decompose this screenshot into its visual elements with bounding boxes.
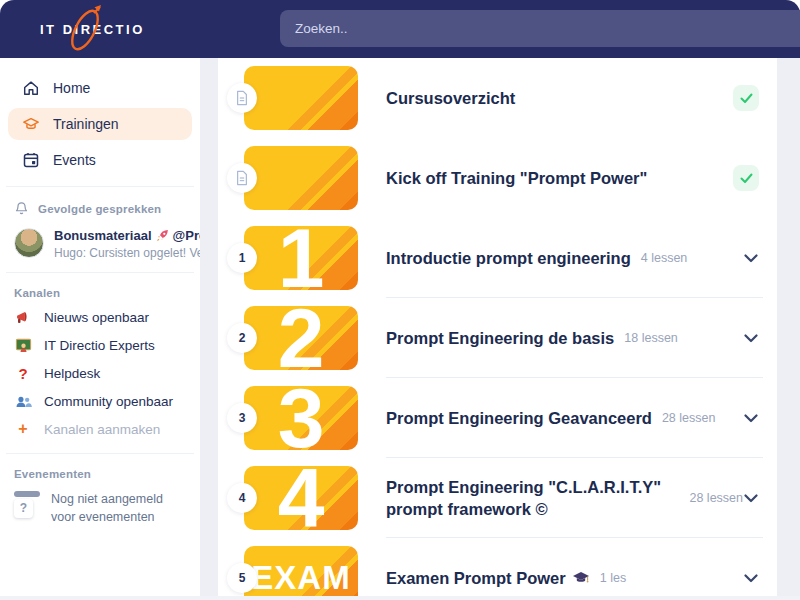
window-bottom-edge xyxy=(0,596,800,600)
course-row[interactable]: 3 3 Prompt Engineering Geavanceerd 28 le… xyxy=(218,378,777,458)
events-header: Evenementen xyxy=(0,464,200,484)
scrollbar-track[interactable] xyxy=(777,58,800,600)
chevron-down-icon[interactable] xyxy=(743,414,759,423)
thumbnail-number: 1 xyxy=(278,226,325,290)
chevron-down-icon[interactable] xyxy=(743,574,759,583)
document-icon xyxy=(235,90,249,106)
avatar xyxy=(14,228,44,258)
course-thumbnail[interactable]: 2 2 xyxy=(244,306,358,370)
completed-check-icon xyxy=(733,165,759,191)
course-thumbnail[interactable]: EXAM 5 xyxy=(244,546,358,600)
sidebar-nav: Home Trainingen Events xyxy=(0,72,200,176)
row-number-badge: 1 xyxy=(227,243,257,273)
course-title: Prompt Engineering de basis xyxy=(386,327,614,349)
course-row[interactable]: 2 2 Prompt Engineering de basis 18 lesse… xyxy=(218,298,777,378)
lesson-count: 4 lessen xyxy=(641,251,688,265)
chevron-down-icon[interactable] xyxy=(743,494,759,503)
row-number-badge: 4 xyxy=(227,483,257,513)
lesson-count: 28 lessen xyxy=(662,411,716,425)
channel-label: Community openbaar xyxy=(44,394,173,409)
course-thumbnail[interactable]: 3 3 xyxy=(244,386,358,450)
events-empty-text: Nog niet aangemeld voor evenementen xyxy=(51,490,186,526)
course-thumbnail[interactable] xyxy=(244,146,358,210)
course-title: Introductie prompt engineering xyxy=(386,247,631,269)
content-gutter xyxy=(200,58,218,600)
sidebar-divider xyxy=(6,186,194,187)
conversation-item[interactable]: Bonusmateriaal @Pro... Hugo: Cursisten o… xyxy=(0,220,200,262)
graduation-cap-icon xyxy=(22,115,40,133)
course-row[interactable]: Cursusoverzicht xyxy=(218,58,777,138)
course-title: Kick off Training "Prompt Power" xyxy=(386,167,647,189)
graduation-cap-icon xyxy=(572,571,590,585)
thumbnail-number: 3 xyxy=(278,386,325,450)
thumbnail-card: 2 xyxy=(244,306,358,370)
course-row[interactable]: 1 1 Introductie prompt engineering 4 les… xyxy=(218,218,777,298)
thumbnail-number: 2 xyxy=(278,306,325,370)
lesson-count: 18 lessen xyxy=(624,331,678,345)
sidebar: Home Trainingen Events Gevolgde gesprekk… xyxy=(0,58,200,600)
plus-icon: + xyxy=(14,420,32,438)
thumbnail-card xyxy=(244,146,358,210)
events-empty-icon: ? xyxy=(14,490,41,526)
app-window: IT DIRECTIO Home Trainingen xyxy=(0,0,800,600)
sidebar-item-home[interactable]: Home xyxy=(8,72,192,104)
course-row[interactable]: 4 4 Prompt Engineering "C.L.A.R.I.T.Y" p… xyxy=(218,458,777,538)
megaphone-icon xyxy=(14,309,32,326)
course-title: Prompt Engineering "C.L.A.R.I.T.Y" promp… xyxy=(386,476,679,521)
thumbnail-card: 4 xyxy=(244,466,358,530)
channel-item-nieuws[interactable]: Nieuws openbaar xyxy=(0,303,200,331)
thumbnail-number: 4 xyxy=(278,466,325,530)
search-input[interactable] xyxy=(280,21,800,36)
course-thumbnail[interactable]: 4 4 xyxy=(244,466,358,530)
channel-item-experts[interactable]: IT Directio Experts xyxy=(0,331,200,359)
rocket-icon xyxy=(156,229,169,242)
channel-label: IT Directio Experts xyxy=(44,338,155,353)
row-number-badge: 5 xyxy=(227,563,257,593)
sidebar-item-trainingen[interactable]: Trainingen xyxy=(8,108,192,140)
lesson-count: 28 lessen xyxy=(689,491,743,505)
question-mark-icon: ? xyxy=(14,365,32,382)
calendar-icon xyxy=(22,151,40,169)
channels-header: Kanalen xyxy=(0,283,200,303)
channel-item-community[interactable]: Community openbaar xyxy=(0,387,200,415)
course-title: Cursusoverzicht xyxy=(386,87,515,109)
sidebar-item-label: Events xyxy=(53,152,96,168)
sidebar-divider xyxy=(6,272,194,273)
row-number-badge: 3 xyxy=(227,403,257,433)
course-thumbnail[interactable]: 1 1 xyxy=(244,226,358,290)
bell-icon xyxy=(14,201,29,216)
channel-label: Helpdesk xyxy=(44,366,100,381)
create-channel-label: Kanalen aanmaken xyxy=(44,422,160,437)
conversation-preview: Hugo: Cursisten opgelet! Verg... xyxy=(54,246,224,260)
logo-text: IT DIRECTIO xyxy=(40,22,145,37)
topbar: IT DIRECTIO xyxy=(0,0,800,58)
conversation-title: Bonusmateriaal @Pro... xyxy=(54,228,224,243)
completed-check-icon xyxy=(733,85,759,111)
sidebar-item-label: Trainingen xyxy=(53,116,119,132)
course-thumbnail[interactable] xyxy=(244,66,358,130)
thumbnail-card: 1 xyxy=(244,226,358,290)
course-row[interactable]: EXAM 5 Examen Prompt Power 1 les xyxy=(218,538,777,600)
row-number-badge: 2 xyxy=(227,323,257,353)
followed-conversations-header: Gevolgde gesprekken xyxy=(0,197,200,220)
course-title: Examen Prompt Power xyxy=(386,567,566,589)
channel-label: Nieuws openbaar xyxy=(44,310,149,325)
course-list: Cursusoverzicht Kick off Training "Promp… xyxy=(218,58,777,600)
search-bar[interactable] xyxy=(280,10,800,47)
create-channel-button[interactable]: + Kanalen aanmaken xyxy=(0,415,200,443)
sidebar-item-events[interactable]: Events xyxy=(8,144,192,176)
sidebar-item-label: Home xyxy=(53,80,90,96)
thumbnail-exam-text: EXAM xyxy=(251,559,350,597)
chevron-down-icon[interactable] xyxy=(743,334,759,343)
logo[interactable]: IT DIRECTIO xyxy=(40,0,145,58)
channel-item-helpdesk[interactable]: ? Helpdesk xyxy=(0,359,200,387)
people-icon xyxy=(14,393,32,410)
chevron-down-icon[interactable] xyxy=(743,254,759,263)
course-title: Prompt Engineering Geavanceerd xyxy=(386,407,652,429)
thumbnail-card: 3 xyxy=(244,386,358,450)
events-empty-state: ? Nog niet aangemeld voor evenementen xyxy=(0,484,200,532)
course-row[interactable]: Kick off Training "Prompt Power" xyxy=(218,138,777,218)
thumbnail-card: EXAM xyxy=(244,546,358,600)
lesson-count: 1 les xyxy=(600,571,626,585)
sidebar-divider xyxy=(6,453,194,454)
